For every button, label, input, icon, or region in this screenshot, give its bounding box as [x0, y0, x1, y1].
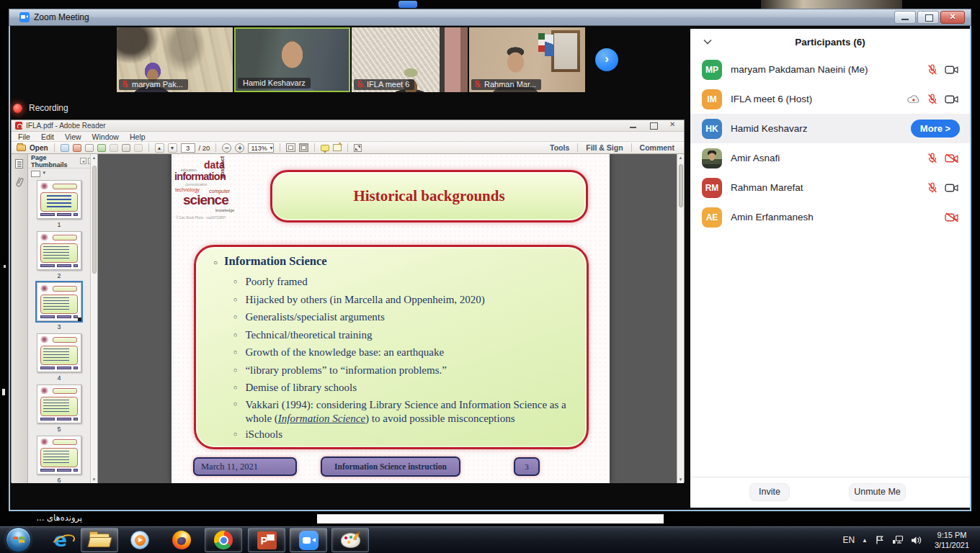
more-button[interactable]: More >: [911, 120, 960, 138]
thumbnail-page-3[interactable]: 3: [28, 282, 90, 331]
page-thumbnails-icon[interactable]: [15, 159, 23, 168]
menu-edit[interactable]: Edit: [41, 132, 54, 141]
taskbar-media-player[interactable]: [121, 528, 159, 552]
zoom-in-button[interactable]: +: [235, 143, 244, 153]
video-tile-nameplate: IFLA meet 6: [354, 79, 414, 90]
tab-comment[interactable]: Comment: [632, 143, 682, 152]
taskbar-powerpoint[interactable]: P: [248, 528, 285, 552]
comment-bubble-icon[interactable]: [321, 145, 329, 151]
pdf-window-title: IFLA.pdf - Adobe Reader: [26, 122, 106, 130]
thumbnail-page-6[interactable]: 6: [28, 436, 90, 483]
thumbnail-page-1[interactable]: 1: [28, 180, 90, 228]
avatar: MP: [702, 60, 722, 80]
taskbar-file-explorer[interactable]: [81, 528, 118, 552]
action-center-flag-icon[interactable]: [875, 535, 885, 545]
unmute-me-button[interactable]: Unmute Me: [849, 483, 906, 501]
thumbnails-title: Page Thumbnails: [31, 154, 80, 168]
invite-button[interactable]: Invite: [749, 483, 790, 501]
pdf-minimize-button[interactable]: [629, 122, 638, 130]
next-page-button[interactable]: ▼: [168, 143, 177, 153]
taskbar-chrome[interactable]: [205, 528, 242, 552]
fullscreen-icon[interactable]: [354, 144, 362, 152]
thumbnail-page-4[interactable]: 4: [28, 333, 90, 382]
paint-icon: [341, 533, 360, 548]
bullet-marker: ○: [213, 258, 218, 266]
recording-indicator: Recording: [13, 103, 68, 113]
document-scrollbar[interactable]: ▲ ▼: [677, 154, 684, 483]
thumbnails-scrollbar[interactable]: ▲ ▼: [90, 154, 97, 483]
language-indicator[interactable]: EN: [842, 535, 855, 545]
participant-row-rahman[interactable]: RM Rahman Marefat: [690, 173, 970, 202]
participant-name: Rahman Marefat: [731, 182, 803, 193]
fit-page-icon[interactable]: [299, 143, 308, 152]
menu-help[interactable]: Help: [130, 132, 146, 141]
tab-tools[interactable]: Tools: [542, 143, 577, 152]
tab-fill-sign[interactable]: Fill & Sign: [578, 143, 631, 152]
volume-icon[interactable]: [911, 536, 922, 545]
page-number-input[interactable]: 3: [181, 143, 195, 153]
menu-file[interactable]: File: [18, 132, 30, 141]
thumbnail-number: 3: [28, 323, 90, 331]
save-icon[interactable]: [110, 144, 118, 152]
video-tile-rahman[interactable]: Rahman Mar...: [469, 27, 585, 92]
scrollbar-thumb[interactable]: [679, 164, 683, 207]
network-icon[interactable]: [892, 535, 904, 545]
save-web-icon[interactable]: [61, 144, 69, 152]
thumbnail-page-5[interactable]: 5: [28, 385, 90, 433]
chevron-down-icon[interactable]: [703, 39, 712, 45]
previous-page-button[interactable]: ▲: [155, 143, 164, 153]
highlight-note-icon[interactable]: [333, 144, 342, 151]
zoom-out-button[interactable]: −: [222, 143, 231, 153]
participant-name: maryam Pakdaman Naeini (Me): [731, 64, 868, 75]
open-button[interactable]: Open: [30, 144, 48, 152]
participant-row-hamid[interactable]: HK Hamid Keshavarz More >: [690, 114, 970, 143]
bullet-item: “library problems” to “information probl…: [245, 361, 447, 379]
video-tile-maryam[interactable]: maryam Pak...: [117, 27, 233, 92]
participant-row-amir[interactable]: Amir Asnafi: [690, 143, 970, 173]
taskbar-persian-label: پرونده‌های ...: [24, 513, 82, 523]
collapse-panel-icon[interactable]: ◂: [80, 158, 86, 164]
sign-icon[interactable]: [85, 144, 94, 152]
participant-row-amin[interactable]: AE Amin Erfanmanesh: [690, 202, 970, 232]
taskbar-clock[interactable]: 9:15 PM 3/11/2021: [930, 530, 974, 550]
thumbnail-number: 2: [28, 272, 90, 279]
thumbnails-list: 1 2 3 4 5: [28, 180, 90, 483]
chevron-right-icon: ›: [605, 52, 609, 66]
pdf-nav-strip: [12, 154, 28, 483]
taskbar-firefox[interactable]: [163, 528, 200, 552]
cloud-upload-icon[interactable]: [97, 144, 106, 152]
video-tile-ifla[interactable]: IFLA meet 6: [352, 27, 468, 92]
zoom-level-input[interactable]: 113%: [248, 143, 274, 153]
thumbnail-page-2[interactable]: 2: [28, 231, 90, 279]
taskbar-internet-explorer[interactable]: e: [42, 528, 79, 552]
show-hidden-icons-arrow[interactable]: ▲: [862, 537, 868, 544]
start-button[interactable]: [6, 527, 31, 552]
scrollbar-thumb[interactable]: [92, 166, 97, 274]
bullet-item: iSchools: [245, 426, 282, 444]
menu-view[interactable]: View: [65, 132, 81, 141]
video-on-icon: [945, 65, 959, 75]
participant-row-maryam[interactable]: MP maryam Pakdaman Naeini (Me): [690, 55, 970, 84]
minimize-button[interactable]: [894, 11, 916, 24]
video-tile-hamid[interactable]: Hamid Keshavarz: [234, 27, 350, 92]
firefox-icon: [172, 531, 191, 549]
participant-name: IFLA meet 6: [367, 80, 409, 89]
menu-window[interactable]: Window: [92, 132, 119, 141]
pdf-restore-button[interactable]: [649, 122, 658, 130]
scrolling-mode-icon[interactable]: [286, 143, 295, 152]
convert-pdf-icon[interactable]: [73, 144, 81, 152]
print-icon[interactable]: [122, 144, 130, 152]
participants-panel: Participants (6) MP maryam Pakdaman Naei…: [690, 29, 970, 508]
slide-heading: ○ Information Science: [213, 254, 327, 269]
pdf-close-button[interactable]: [669, 122, 678, 130]
taskbar-zoom[interactable]: [290, 528, 327, 552]
participant-row-ifla-host[interactable]: IM IFLA meet 6 (Host): [690, 84, 970, 114]
next-videos-button[interactable]: ›: [595, 48, 618, 71]
open-folder-icon[interactable]: [17, 145, 26, 151]
maximize-button[interactable]: [917, 11, 939, 24]
close-button[interactable]: [940, 11, 965, 24]
thumbnail-options-icon[interactable]: [31, 171, 40, 177]
email-icon[interactable]: [134, 144, 143, 152]
taskbar-paint[interactable]: [331, 528, 369, 552]
attachments-paperclip-icon[interactable]: [14, 176, 24, 189]
